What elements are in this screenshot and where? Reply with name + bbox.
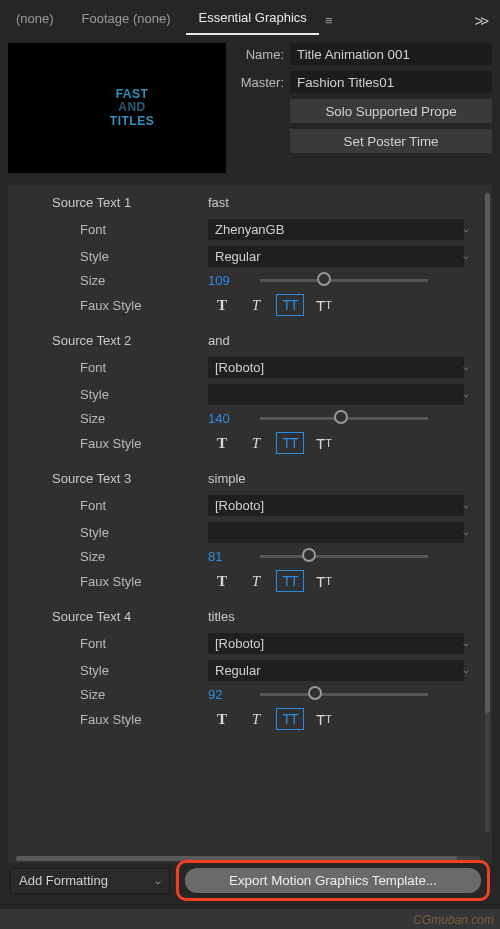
faux-bold-button[interactable]: T	[208, 432, 236, 454]
size-slider[interactable]	[260, 417, 428, 420]
chevron-down-icon: ⌵	[463, 499, 469, 510]
style-dropdown[interactable]: Regular⌵	[208, 660, 464, 681]
size-label: Size	[20, 687, 208, 702]
preview-line: AND	[118, 101, 146, 114]
faux-style-label: Faux Style	[20, 436, 208, 451]
set-poster-time-button[interactable]: Set Poster Time	[290, 129, 492, 153]
font-label: Font	[20, 498, 208, 513]
panel-menu-icon[interactable]: ≡	[325, 13, 333, 28]
chevron-down-icon: ⌵	[463, 250, 469, 261]
chevron-down-icon: ⌵	[463, 361, 469, 372]
source-text-block: Source Text 2 and Font [Roboto]⌵ Style ⌵…	[8, 323, 492, 461]
size-slider[interactable]	[260, 693, 428, 696]
font-dropdown[interactable]: [Roboto]⌵	[208, 495, 464, 516]
faux-allcaps-button[interactable]: TT	[276, 570, 304, 592]
properties-panel: Source Text 1 fast Font ZhenyanGB⌵ Style…	[8, 185, 492, 863]
faux-style-label: Faux Style	[20, 298, 208, 313]
faux-allcaps-button[interactable]: TT	[276, 432, 304, 454]
chevron-down-icon: ⌵	[463, 664, 469, 675]
font-dropdown[interactable]: [Roboto]⌵	[208, 357, 464, 378]
style-dropdown[interactable]: Regular⌵	[208, 246, 464, 267]
tab-footage[interactable]: Footage (none)	[70, 7, 183, 34]
size-label: Size	[20, 411, 208, 426]
faux-bold-button[interactable]: T	[208, 294, 236, 316]
chevron-down-icon: ⌵	[463, 526, 469, 537]
size-value[interactable]: 140	[208, 411, 238, 426]
bottom-bar: Add Formatting ⌵ Export Motion Graphics …	[0, 852, 500, 909]
font-label: Font	[20, 222, 208, 237]
tab-none[interactable]: (none)	[4, 7, 66, 34]
chevron-down-icon: ⌵	[463, 388, 469, 399]
style-label: Style	[20, 663, 208, 678]
source-header: Source Text 4	[52, 609, 208, 624]
highlight-annotation: Export Motion Graphics Template...	[176, 860, 490, 901]
style-label: Style	[20, 387, 208, 402]
font-dropdown[interactable]: [Roboto]⌵	[208, 633, 464, 654]
chevron-down-icon: ⌵	[463, 637, 469, 648]
source-header: Source Text 2	[52, 333, 208, 348]
source-text-block: Source Text 3 simple Font [Roboto]⌵ Styl…	[8, 461, 492, 599]
faux-allcaps-button[interactable]: TT	[276, 294, 304, 316]
faux-italic-button[interactable]: T	[242, 432, 270, 454]
faux-style-label: Faux Style	[20, 712, 208, 727]
panel-tabs: (none) Footage (none) Essential Graphics…	[0, 0, 500, 35]
size-slider[interactable]	[260, 555, 428, 558]
tab-essential-graphics[interactable]: Essential Graphics	[186, 6, 318, 35]
style-dropdown[interactable]: ⌵	[208, 384, 464, 405]
size-value[interactable]: 81	[208, 549, 238, 564]
faux-bold-button[interactable]: T	[208, 708, 236, 730]
faux-bold-button[interactable]: T	[208, 570, 236, 592]
composition-preview: FAST AND TITLES	[8, 43, 226, 173]
preview-line: TITLES	[110, 115, 154, 128]
chevron-down-icon: ⌵	[463, 223, 469, 234]
faux-italic-button[interactable]: T	[242, 708, 270, 730]
scrollbar-vertical[interactable]	[485, 193, 490, 833]
size-value[interactable]: 92	[208, 687, 238, 702]
source-header: Source Text 1	[52, 195, 208, 210]
add-formatting-dropdown[interactable]: Add Formatting ⌵	[10, 868, 170, 894]
faux-style-label: Faux Style	[20, 574, 208, 589]
font-label: Font	[20, 360, 208, 375]
style-dropdown[interactable]: ⌵	[208, 522, 464, 543]
faux-smallcaps-button[interactable]: TT	[310, 570, 338, 592]
name-input[interactable]	[290, 43, 492, 65]
font-dropdown[interactable]: ZhenyanGB⌵	[208, 219, 464, 240]
chevron-down-icon: ⌵	[155, 875, 161, 886]
faux-italic-button[interactable]: T	[242, 294, 270, 316]
source-text-block: Source Text 4 titles Font [Roboto]⌵ Styl…	[8, 599, 492, 737]
faux-italic-button[interactable]: T	[242, 570, 270, 592]
header-section: FAST AND TITLES Name: Master: Solo Suppo…	[0, 35, 500, 181]
style-label: Style	[20, 525, 208, 540]
add-formatting-label: Add Formatting	[19, 873, 108, 888]
expand-panel-icon[interactable]: >>	[468, 12, 492, 29]
source-text-value: simple	[208, 471, 246, 486]
source-text-value: fast	[208, 195, 229, 210]
source-text-block: Source Text 1 fast Font ZhenyanGB⌵ Style…	[8, 185, 492, 323]
export-mogrt-button[interactable]: Export Motion Graphics Template...	[185, 868, 481, 893]
source-text-value: titles	[208, 609, 235, 624]
source-header: Source Text 3	[52, 471, 208, 486]
name-label: Name:	[236, 47, 284, 62]
solo-supported-button[interactable]: Solo Supported Prope	[290, 99, 492, 123]
size-value[interactable]: 109	[208, 273, 238, 288]
master-label: Master:	[236, 75, 284, 90]
size-slider[interactable]	[260, 279, 428, 282]
master-input[interactable]	[290, 71, 492, 93]
style-label: Style	[20, 249, 208, 264]
size-label: Size	[20, 549, 208, 564]
watermark: CGmuban.com	[413, 913, 494, 927]
font-label: Font	[20, 636, 208, 651]
faux-smallcaps-button[interactable]: TT	[310, 432, 338, 454]
source-text-value: and	[208, 333, 230, 348]
faux-allcaps-button[interactable]: TT	[276, 708, 304, 730]
size-label: Size	[20, 273, 208, 288]
faux-smallcaps-button[interactable]: TT	[310, 708, 338, 730]
faux-smallcaps-button[interactable]: TT	[310, 294, 338, 316]
